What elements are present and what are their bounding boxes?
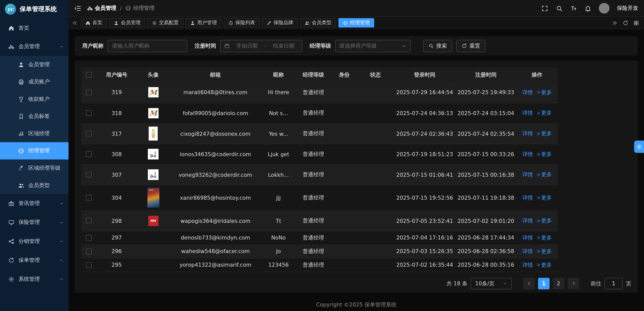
chevron-down-icon [503, 281, 507, 286]
tabs-layout-button[interactable] [633, 20, 639, 26]
row-checkbox[interactable] [86, 235, 92, 241]
row-checkbox[interactable] [86, 218, 92, 224]
sidebar-item-manager-management[interactable]: 经理管理 [0, 142, 69, 160]
sidebar-item-insurance-management[interactable]: 保险管理 [0, 213, 69, 232]
more-link-label: 更多 [541, 217, 552, 224]
detail-link[interactable]: 详情 [522, 261, 533, 268]
detail-link[interactable]: 详情 [522, 89, 533, 96]
more-link[interactable]: 更多 [536, 130, 552, 137]
actions-cell: 详情更多 [516, 185, 558, 210]
row-checkbox[interactable] [86, 110, 92, 116]
font-size-button[interactable] [570, 5, 577, 12]
sidebar-item-member-tags[interactable]: 会员标签 [0, 108, 69, 125]
more-link[interactable]: 更多 [536, 150, 552, 158]
select-all-checkbox[interactable] [86, 72, 92, 78]
sidebar-item-member-management[interactable]: 会员管理 [0, 56, 69, 73]
sidebar-item-member-management[interactable]: 会员管理 [0, 37, 69, 56]
tabs-scroll-right-button[interactable] [612, 20, 618, 26]
actions-cell: 详情更多 [516, 258, 558, 272]
sidebar-item-policy-management[interactable]: 保单管理 [0, 251, 69, 270]
row-actions: 详情更多 [516, 194, 558, 201]
more-link[interactable]: 更多 [536, 234, 552, 241]
tab-manager-management[interactable]: 经理管理 [338, 18, 374, 28]
row-checkbox[interactable] [86, 195, 92, 201]
tab-insurance-brand[interactable]: 保险品牌 [262, 18, 298, 28]
row-checkbox[interactable] [86, 172, 92, 178]
manager-level: 普通经理 [295, 123, 331, 144]
tab-home[interactable]: 首页 [81, 18, 107, 28]
tab-member-management[interactable]: 会员管理 [109, 18, 145, 28]
manager-level: 普通经理 [295, 144, 331, 164]
register-time: 2025-06-28 00:35:16 [456, 258, 516, 272]
detail-link[interactable]: 详情 [522, 171, 533, 178]
actions-cell: 详情更多 [516, 211, 558, 231]
detail-link[interactable]: 详情 [522, 130, 533, 137]
collapse-sidebar-button[interactable] [74, 5, 81, 12]
tab-member-types[interactable]: 会员类型 [300, 18, 336, 28]
dbl-right-icon [536, 235, 541, 240]
more-link[interactable]: 更多 [536, 109, 552, 117]
detail-link[interactable]: 详情 [522, 194, 533, 201]
fullscreen-button[interactable] [541, 5, 548, 12]
search-button[interactable]: 搜索 [423, 40, 452, 52]
prev-page-button[interactable] [523, 278, 535, 289]
row-checkbox[interactable] [86, 151, 92, 157]
next-page-button[interactable] [567, 278, 579, 289]
email: yorop41322@asimarif.com [169, 258, 261, 272]
tab-user-management[interactable]: 用户管理 [186, 18, 221, 28]
date-separator: - [264, 43, 266, 49]
row-select-cell [81, 123, 96, 144]
user-icon [18, 61, 24, 67]
detail-link[interactable]: 详情 [522, 234, 533, 241]
settings-drawer-button[interactable] [634, 141, 644, 153]
user-id: 319 [96, 82, 137, 103]
detail-link[interactable]: 详情 [522, 217, 533, 224]
more-link[interactable]: 更多 [536, 217, 552, 224]
reset-button[interactable]: 重置 [456, 40, 485, 52]
page-button-1[interactable]: 1 [538, 278, 550, 289]
page-button-2[interactable]: 2 [553, 278, 564, 289]
manager-level: 普通经理 [295, 258, 331, 272]
sidebar-item-member-types[interactable]: 会员类型 [0, 177, 69, 194]
user-id: 298 [96, 211, 137, 231]
users-icon [305, 20, 310, 25]
row-checkbox[interactable] [86, 131, 92, 136]
tab-label: 会员类型 [312, 19, 331, 26]
sidebar-item-regional-manager[interactable]: 区域经理 [0, 125, 69, 142]
row-checkbox[interactable] [86, 249, 92, 254]
page-size-select[interactable]: 10条/页 [471, 278, 512, 289]
avatar-cell [137, 164, 169, 185]
more-link[interactable]: 更多 [536, 89, 552, 96]
row-checkbox[interactable] [86, 262, 92, 268]
search-button[interactable] [556, 5, 563, 12]
more-link[interactable]: 更多 [536, 194, 552, 201]
sidebar-item-payment-accounts[interactable]: 收款账户 [0, 90, 69, 108]
tabs-refresh-button[interactable] [623, 20, 628, 26]
sidebar-item-system-management[interactable]: 系统管理 [0, 270, 69, 289]
sidebar-item-distribution-management[interactable]: 分销管理 [0, 232, 69, 251]
more-link[interactable]: 更多 [536, 171, 552, 178]
sidebar-item-member-accounts[interactable]: 成员账户 [0, 73, 69, 90]
avatar[interactable] [599, 3, 609, 13]
tab-insurance-list[interactable]: 保险列表 [224, 18, 259, 28]
tab-trade-config[interactable]: 交易配置 [147, 18, 183, 28]
nickname-input[interactable] [108, 40, 187, 52]
date-range-picker[interactable]: 开始日期 - 结束日期 [220, 40, 302, 52]
detail-link[interactable]: 详情 [522, 109, 533, 117]
manager-level-select[interactable]: 请选择用户等级 [335, 40, 411, 52]
dbl-right-icon [536, 218, 541, 223]
sidebar-item-home[interactable]: 首页 [0, 19, 69, 37]
breadcrumb-item-member-management[interactable]: 会员管理 [87, 5, 116, 12]
row-checkbox[interactable] [86, 89, 92, 95]
detail-link[interactable]: 详情 [522, 248, 533, 255]
notifications-button[interactable] [584, 5, 591, 12]
goto-page-input[interactable] [604, 278, 623, 289]
more-link[interactable]: 更多 [536, 261, 552, 268]
sidebar-item-regional-manager-level[interactable]: 区域经理等级 [0, 159, 69, 177]
tabs-scroll-left-button[interactable] [72, 20, 78, 26]
sidebar-item-news-management[interactable]: 资讯管理 [0, 194, 69, 213]
more-link[interactable]: 更多 [536, 248, 552, 255]
detail-link[interactable]: 详情 [522, 150, 533, 158]
date-end-placeholder: 结束日期 [269, 42, 298, 49]
identity [331, 231, 357, 245]
